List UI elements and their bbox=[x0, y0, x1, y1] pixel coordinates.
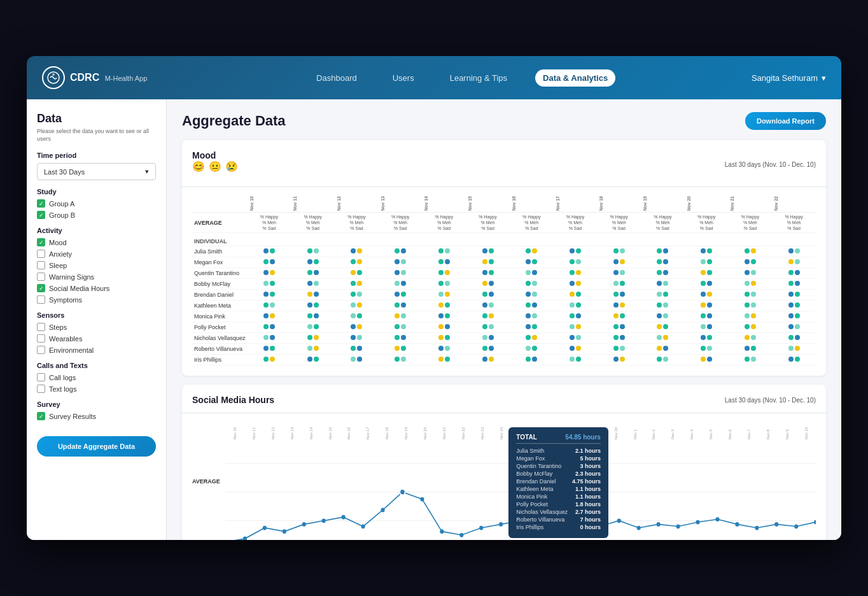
svg-point-16 bbox=[420, 497, 424, 502]
svg-point-32 bbox=[735, 522, 739, 527]
individual-header-row: INDIVIDUAL bbox=[192, 233, 816, 246]
svg-point-7 bbox=[243, 537, 247, 540]
mood-table: Nov 10 Nov 11 Nov 12 Nov 13 Nov 14 Nov 1… bbox=[192, 195, 816, 365]
page-header: Aggregate Data Download Report bbox=[182, 112, 826, 130]
user-menu[interactable]: Sangita Sethuram ▾ bbox=[752, 73, 826, 83]
survey-results[interactable]: Survey Results bbox=[37, 412, 156, 420]
svg-point-9 bbox=[283, 530, 286, 534]
user-name: Sangita Sethuram bbox=[752, 73, 818, 83]
checkbox-group-b[interactable] bbox=[37, 211, 45, 219]
sensor-environmental[interactable]: Environmental bbox=[37, 346, 156, 354]
sidebar-title: Data bbox=[37, 112, 156, 125]
mood-emojis: 😊 😐 😢 bbox=[192, 160, 238, 173]
svg-point-12 bbox=[341, 515, 345, 520]
svg-point-31 bbox=[715, 517, 719, 522]
checkbox-sleep[interactable] bbox=[37, 261, 45, 269]
chevron-down-icon: ▾ bbox=[145, 167, 149, 176]
table-row: Megan Fox bbox=[192, 257, 816, 268]
nav-dashboard[interactable]: Dashboard bbox=[309, 69, 365, 87]
checkbox-group-a[interactable] bbox=[37, 199, 45, 208]
chevron-down-icon: ▾ bbox=[822, 73, 826, 83]
svg-point-27 bbox=[636, 526, 640, 530]
svg-point-26 bbox=[617, 519, 621, 523]
checkbox-mood[interactable] bbox=[37, 238, 45, 246]
checkbox-symptoms[interactable] bbox=[37, 295, 45, 304]
app-name: M-Health App bbox=[105, 74, 148, 82]
sensor-wearables[interactable]: Wearables bbox=[37, 334, 156, 343]
tooltip-row: Kathleen Meta 1.1 hours bbox=[516, 486, 601, 492]
nav-data-analytics[interactable]: Data & Analytics bbox=[535, 69, 615, 87]
social-date-range: Last 30 days (Nov. 10 - Dec. 10) bbox=[725, 397, 816, 404]
svg-point-20 bbox=[499, 522, 503, 527]
page-title: Aggregate Data bbox=[182, 113, 286, 129]
checkbox-survey-results[interactable] bbox=[37, 412, 45, 420]
sensor-steps[interactable]: Steps bbox=[37, 323, 156, 331]
tooltip-total-label: TOTAL bbox=[516, 434, 536, 441]
activity-warning-signs[interactable]: Warning Signs bbox=[37, 273, 156, 281]
tooltip-row: Quentin Tarantino 3 hours bbox=[516, 463, 601, 469]
table-row: Quentin Tarantino bbox=[192, 268, 816, 279]
svg-point-10 bbox=[302, 522, 306, 527]
mood-date-range: Last 30 days (Nov. 10 - Dec. 10) bbox=[725, 161, 816, 168]
mood-title: Mood bbox=[192, 150, 238, 160]
main-content: Data Please select the data you want to … bbox=[27, 99, 841, 540]
social-title: Social Media Hours bbox=[192, 395, 274, 405]
update-aggregate-btn[interactable]: Update Aggregate Data bbox=[37, 436, 156, 457]
activity-anxiety[interactable]: Anxiety bbox=[37, 250, 156, 258]
table-row: Julia Smith bbox=[192, 246, 816, 257]
checkbox-steps[interactable] bbox=[37, 323, 45, 331]
checkbox-warning-signs[interactable] bbox=[37, 273, 45, 281]
app-header: CDRC M-Health App Dashboard Users Learni… bbox=[27, 56, 841, 99]
sidebar-subtitle: Please select the data you want to see o… bbox=[37, 128, 156, 143]
activity-symptoms[interactable]: Symptoms bbox=[37, 295, 156, 304]
checkbox-anxiety[interactable] bbox=[37, 250, 45, 258]
tooltip-row: Polly Pocket 1.8 hours bbox=[516, 501, 601, 507]
study-group-a[interactable]: Group A bbox=[37, 199, 156, 208]
right-content: Aggregate Data Download Report Mood 😊 😐 … bbox=[167, 99, 841, 540]
activity-mood[interactable]: Mood bbox=[37, 238, 156, 246]
activity-sleep[interactable]: Sleep bbox=[37, 261, 156, 269]
svg-point-11 bbox=[321, 519, 325, 523]
tooltip-row: Megan Fox 5 hours bbox=[516, 455, 601, 462]
logo-icon bbox=[42, 66, 65, 89]
svg-point-33 bbox=[755, 526, 759, 530]
sensors-label: Sensors bbox=[37, 311, 156, 319]
activity-social-media[interactable]: Social Media Hours bbox=[37, 284, 156, 292]
svg-point-13 bbox=[361, 525, 365, 529]
svg-point-17 bbox=[440, 530, 444, 534]
download-report-btn[interactable]: Download Report bbox=[745, 112, 826, 130]
checkbox-wearables[interactable] bbox=[37, 334, 45, 343]
svg-point-28 bbox=[656, 522, 660, 527]
sad-emoji: 😢 bbox=[225, 160, 238, 173]
checkbox-call-logs[interactable] bbox=[37, 373, 45, 381]
tooltip-row: Monica Pink 1.1 hours bbox=[516, 493, 601, 500]
nav-users[interactable]: Users bbox=[385, 69, 422, 87]
logo-text: CDRC bbox=[70, 72, 99, 83]
social-chart: Nov 10 Nov 11 Nov 12 Nov 13 Nov 14 Nov 1… bbox=[225, 427, 816, 540]
table-row: Kathleen Meta bbox=[192, 301, 816, 311]
calls-label: Calls and Texts bbox=[37, 362, 156, 369]
logo: CDRC M-Health App bbox=[42, 66, 147, 89]
tooltip-row: Bobby McFlay 2.3 hours bbox=[516, 471, 601, 477]
mood-section-header: Mood 😊 😐 😢 Last 30 days (Nov. 10 - Dec. … bbox=[192, 150, 816, 179]
time-period-select[interactable]: Last 30 Days ▾ bbox=[37, 163, 156, 180]
table-row: Iris Phillips bbox=[192, 355, 816, 365]
tooltip-row: Roberto Villanueva 7 hours bbox=[516, 516, 601, 523]
nav-learning[interactable]: Learning & Tips bbox=[442, 69, 515, 87]
checkbox-environmental[interactable] bbox=[37, 346, 45, 354]
text-logs[interactable]: Text logs bbox=[37, 385, 156, 393]
checkbox-social-media[interactable] bbox=[37, 284, 45, 292]
study-group-b[interactable]: Group B bbox=[37, 211, 156, 219]
time-period-label: Time period bbox=[37, 152, 156, 159]
svg-point-34 bbox=[774, 522, 778, 527]
social-separator bbox=[182, 413, 826, 413]
neutral-emoji: 😐 bbox=[209, 160, 221, 173]
tooltip-row: Julia Smith 2.1 hours bbox=[516, 448, 601, 454]
call-logs[interactable]: Call logs bbox=[37, 373, 156, 381]
table-row: Polly Pocket bbox=[192, 322, 816, 333]
happy-emoji: 😊 bbox=[192, 160, 205, 173]
tooltip-row: Iris Phillips 0 hours bbox=[516, 524, 601, 530]
svg-point-15 bbox=[400, 490, 405, 495]
social-tooltip: TOTAL 54.85 hours Julia Smith 2.1 hours … bbox=[508, 427, 608, 538]
checkbox-text-logs[interactable] bbox=[37, 385, 45, 393]
